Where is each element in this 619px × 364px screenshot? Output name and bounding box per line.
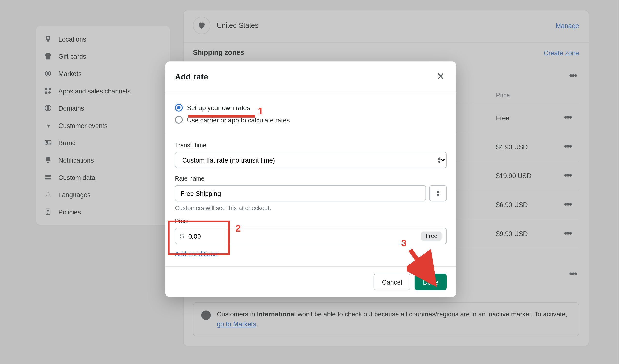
annotation-underline bbox=[188, 115, 255, 118]
chevron-updown-icon: ▲▼ bbox=[436, 189, 440, 197]
rate-name-sort-button[interactable]: ▲▼ bbox=[429, 185, 447, 202]
cancel-button[interactable]: Cancel bbox=[374, 274, 410, 290]
rate-name-label: Rate name bbox=[175, 175, 447, 182]
add-rate-modal: Add rate Set up your own rates Use carri… bbox=[165, 61, 456, 297]
radio-own-rates[interactable]: Set up your own rates bbox=[175, 102, 447, 114]
transit-time-select[interactable]: Custom flat rate (no transit time) bbox=[175, 152, 447, 168]
price-input[interactable] bbox=[175, 228, 447, 244]
modal-title: Add rate bbox=[175, 72, 208, 82]
rate-name-input[interactable] bbox=[175, 185, 426, 202]
rate-name-hint: Customers will see this at checkout. bbox=[175, 205, 447, 212]
done-button[interactable]: Done bbox=[415, 274, 447, 290]
radio-checked-icon bbox=[175, 104, 183, 112]
add-conditions-link[interactable]: Add conditions bbox=[175, 250, 447, 257]
radio-unchecked-icon bbox=[175, 116, 183, 124]
free-badge: Free bbox=[421, 232, 441, 241]
radio-label: Set up your own rates bbox=[187, 104, 250, 111]
currency-symbol: $ bbox=[180, 232, 184, 240]
transit-time-label: Transit time bbox=[175, 142, 447, 149]
close-icon bbox=[436, 72, 445, 81]
price-label: Price bbox=[175, 217, 447, 224]
close-button[interactable] bbox=[435, 69, 447, 84]
